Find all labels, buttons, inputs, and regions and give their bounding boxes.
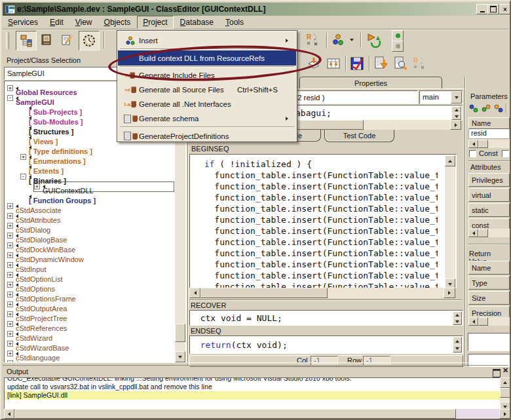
endseq-field[interactable]: return(ctx void); [189,335,463,354]
param-hscrollbar[interactable] [468,140,510,148]
output-list[interactable]: ODC_Executable GUIContextDLL: linking ..… [4,377,501,410]
edit-document-button[interactable] [58,31,77,49]
expand-icon[interactable]: + [7,311,13,317]
expand-icon[interactable]: + [7,252,13,258]
scroll-up-button[interactable] [500,377,510,388]
tree-item-cstddockwinbase[interactable]: +cStdDockWinBase [5,240,174,250]
insert-objects-dropdown[interactable] [347,31,356,48]
history-clock-button[interactable] [79,31,100,50]
output-line[interactable]: ODC_Executable GUIContextDLL: linking ..… [5,377,501,383]
scroll-track[interactable] [456,409,499,419]
tree-item-cstddialog[interactable]: +cStdDialog [5,221,174,231]
return-hscrollbar[interactable] [468,317,510,326]
spin-down-button[interactable] [451,113,461,120]
tree-item-cstddynamicwindow[interactable]: +cStdDynamicWindow [5,250,174,260]
expand-icon[interactable]: + [34,183,40,189]
second-checkbox[interactable] [502,150,509,157]
scroll-down-button[interactable] [445,278,455,288]
expand-icon[interactable]: + [7,223,13,229]
menubar-item-project[interactable]: Project [137,16,173,29]
close-button[interactable]: × [499,4,511,14]
output-line[interactable]: update call to vsvars32.bat in vslink_cp… [5,383,501,391]
menu-item-generate-schema[interactable]: Generate schema [118,111,296,126]
param-insert-icon[interactable] [481,104,491,116]
class-tree-button[interactable] [16,31,37,50]
output-hscrollbar[interactable] [4,409,510,419]
output-vscrollbar[interactable] [500,377,510,408]
splitter[interactable] [464,77,466,365]
expand-icon[interactable]: + [7,351,13,356]
param-grid-header[interactable]: Name [468,117,510,129]
tree-item-cstdwizardbase[interactable]: +cStdWizardBase [5,339,174,349]
tree-item-cstddialogbase[interactable]: +cStdDialogBase [5,231,174,240]
collapse-icon[interactable]: - [20,174,26,180]
title-bar[interactable]: e:\Sample\Sample.dev : SampleGUI - Class… [3,3,508,16]
tree-item-cstdoutputarea[interactable]: +cStdOutputArea [5,299,174,309]
run-button[interactable] [364,31,384,48]
tree-item-cstdprojecttree[interactable]: +cStdProjectTree [5,309,174,319]
scope-combo[interactable]: main [419,90,463,104]
expand-icon[interactable]: + [7,321,13,327]
tree-item-cstdoptionlist[interactable]: +cStdOptionList [5,270,174,280]
collapse-icon[interactable]: - [7,95,13,101]
attribute-row-static[interactable]: static [468,203,510,217]
minimize-button[interactable] [476,4,488,14]
tree-item-cstdoptionsframe[interactable]: +cStdOptionsFrame [5,290,174,299]
class-catalog-button[interactable] [37,31,56,49]
scroll-thumb[interactable] [175,324,185,342]
expand-icon[interactable]: + [7,301,13,307]
tree-item-cstdlanguage[interactable]: +cStdlanguage [5,349,174,358]
save-button[interactable] [349,55,366,72]
spin-down-button[interactable] [453,318,462,325]
recover-field[interactable]: ctx void = NULL; [189,310,463,326]
dock-icon[interactable] [493,369,501,377]
output-line[interactable]: [link] SampleGUI.dll [5,391,501,400]
attributes-hscrollbar[interactable] [468,229,510,237]
scroll-left-button[interactable] [468,229,478,237]
scroll-left-button[interactable] [468,140,478,148]
tree-item-cstdreferences[interactable]: +cStdReferences [5,319,174,329]
expand-icon[interactable]: + [7,213,13,219]
scroll-thumb[interactable] [478,229,488,237]
attribute-row-privileges[interactable]: Privileges [468,173,510,187]
scroll-thumb[interactable] [200,288,328,298]
insert-objects-button[interactable] [330,31,347,48]
expand-icon[interactable]: + [7,331,13,337]
tab-properties[interactable]: Properties [299,77,442,89]
toolbar-grip[interactable] [6,32,9,49]
expand-icon[interactable]: + [7,242,13,248]
const-checkbox[interactable] [469,150,476,157]
expand-icon[interactable]: + [7,272,13,278]
expand-icon[interactable]: + [7,85,13,91]
scroll-left-button[interactable] [4,409,14,419]
menubar-item-database[interactable]: Database [175,16,219,28]
return-row-size[interactable]: Size [468,291,510,305]
refresh-disabled-button[interactable]: R [411,55,428,72]
expand-icon[interactable]: + [20,154,26,160]
menubar-item-view[interactable]: View [70,16,98,28]
import-grid-button[interactable] [325,55,342,72]
breakpoint-on-button[interactable] [392,30,404,41]
menu-item-generate-all-net-interfaces[interactable]: I-aGenerate all .Net Interfaces [118,97,296,111]
breakpoint-off-button[interactable] [392,41,404,52]
output-splitter[interactable] [3,362,508,366]
scroll-right-button[interactable] [444,288,455,298]
tab-test-code[interactable]: Test Code [324,130,394,142]
tree-item-cstdoptions[interactable]: +cStdOptions [5,280,174,290]
tree-item-cstdassociate[interactable]: +cStdAssociate [5,201,174,211]
code-vscrollbar[interactable] [445,155,455,287]
scroll-thumb[interactable] [500,388,510,398]
expand-icon[interactable]: + [7,282,13,288]
scroll-left-button[interactable] [189,288,200,298]
scroll-thumb[interactable] [478,140,488,148]
menu-item-generateprojectdefinitions[interactable]: GenerateProjectDefinitions [118,128,296,143]
scroll-right-button[interactable] [450,120,461,130]
refresh-references-button[interactable]: R [305,31,322,48]
menubar-item-tools[interactable]: Tools [220,16,249,28]
tree-item-enumerations[interactable]: +[ Enumerations ] [5,152,174,162]
menu-item-generate-all-source-files[interactable]: +#Generate all Source FilesCtrl+Shift+S [118,83,296,97]
menubar-item-edit[interactable]: Edit [45,16,69,28]
menubar-item-objects[interactable]: Objects [99,16,136,28]
menubar-item-services[interactable]: Services [3,16,43,28]
tree-item-binaries[interactable]: -[ Binaries ] [5,172,174,181]
